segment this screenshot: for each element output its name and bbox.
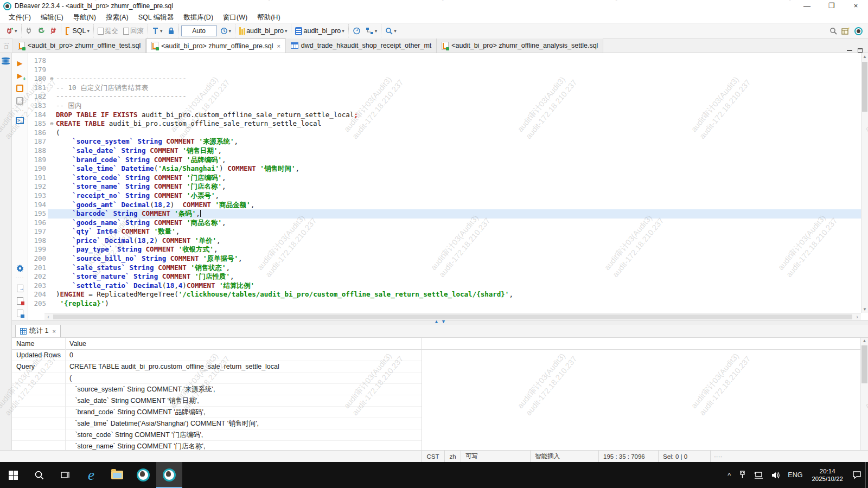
maximize-pane-icon[interactable] (858, 48, 863, 53)
fold-marker-icon[interactable]: ⊖ (48, 119, 56, 129)
quick-access-search-icon[interactable] (829, 27, 837, 35)
code-line-185[interactable]: 185⊖CREATE TABLE audit_bi_pro.custom_off… (28, 119, 868, 129)
code-line-188[interactable]: 188 `sale_date` String COMMENT '销售日期', (28, 146, 868, 156)
editor-vertical-scrollbar[interactable]: ▲ ▼ (861, 53, 868, 313)
taskbar-search-button[interactable] (26, 462, 52, 488)
code-line-178[interactable]: 178 (28, 56, 868, 66)
code-line-184[interactable]: 184DROP TABLE IF EXISTS audit_bi_pro.cus… (28, 111, 868, 120)
file-explorer-button[interactable] (104, 462, 130, 488)
open-console-button[interactable]: >_ (15, 116, 25, 125)
disconnect-button[interactable] (24, 26, 34, 36)
table-row[interactable]: `store_code` String COMMENT '门店编码', (12, 429, 422, 441)
minimize-pane-icon[interactable] (847, 50, 852, 51)
show-desktop-button[interactable] (865, 462, 868, 488)
execute-script-button[interactable] (15, 84, 25, 93)
diagram-button[interactable]: ▾ (364, 26, 379, 36)
scroll-left-icon[interactable]: ‹ (44, 314, 52, 320)
menu-database[interactable]: 数据库(D) (179, 13, 218, 22)
column-header-name[interactable]: Name (12, 340, 65, 348)
tab-close-icon[interactable]: × (277, 43, 280, 49)
sash-collapse-down-icon[interactable]: ▼ (441, 319, 446, 324)
code-line-205[interactable]: 205 '{replica}') (28, 299, 868, 309)
tab-zhumr-offline-analysis-settle[interactable]: <audit_bi_pro> zhumr_offline_analysis_se… (437, 38, 603, 53)
pane-restore-icon[interactable]: ···· ❐ (0, 38, 13, 53)
column-header-value[interactable]: Value (65, 340, 86, 348)
panel-sash[interactable]: ▲ ▼ (12, 320, 868, 325)
export-result-button[interactable] (15, 284, 25, 293)
table-row[interactable]: `brand_code` String COMMENT '品牌编码', (12, 407, 422, 418)
code-line-181[interactable]: 181-- 10 自定义门店销售结算表 (28, 84, 868, 93)
menu-file[interactable]: 文件(F) (4, 13, 35, 22)
start-button[interactable] (0, 462, 26, 488)
rollback-button[interactable]: 回滚 (122, 25, 145, 37)
code-line-182[interactable]: 182-------------------------------- (28, 92, 868, 101)
fold-marker-icon[interactable]: ⊖ (48, 74, 56, 84)
code-line-195[interactable]: 195 `barcode` String COMMENT '条码', (28, 209, 868, 219)
scroll-right-icon[interactable]: › (853, 314, 861, 320)
scroll-down-icon[interactable]: ▼ (861, 307, 868, 312)
tab-statistics[interactable]: 统计 1 × (15, 324, 61, 337)
tab-close-icon[interactable]: × (52, 328, 55, 335)
status-cursor-position[interactable]: 195 : 35 : 7096 (599, 451, 659, 462)
tray-chevron-icon[interactable]: ^ (724, 471, 735, 479)
restore-button[interactable]: ❐ (819, 0, 844, 12)
dashboard-button[interactable] (351, 26, 362, 36)
code-line-198[interactable]: 198 `price` Decimal(18,2) COMMENT '单价', (28, 236, 868, 246)
tab-zhumr-offline-test[interactable]: <audit_bi_pro> zhumr_offline_test.sql (13, 38, 146, 53)
disconnect-all-button[interactable] (48, 26, 59, 36)
menu-help[interactable]: 帮助(H) (253, 13, 284, 22)
action-center-icon[interactable] (848, 471, 865, 479)
editor-settings-button[interactable] (15, 264, 25, 273)
autocommit-lock-button[interactable] (166, 26, 176, 36)
table-row[interactable]: `sale_date` String COMMENT '销售日期', (12, 395, 422, 407)
language-indicator[interactable]: ENG (784, 471, 806, 479)
menu-sql-editor[interactable]: SQL 编辑器 (134, 13, 178, 22)
volume-tray-icon[interactable] (767, 471, 784, 479)
scroll-up-icon[interactable]: ▲ (861, 54, 868, 59)
code-line-203[interactable]: 203 `settle_ratio` Decimal(18,4)COMMENT … (28, 281, 868, 291)
table-row[interactable]: `store_name` String COMMENT '门店名称', (12, 441, 422, 450)
table-row[interactable]: `source_system` String COMMENT '来源系统', (12, 384, 422, 395)
save-script-button[interactable] (15, 296, 25, 305)
menu-search[interactable]: 搜索(A) (101, 13, 133, 22)
scrollbar-thumb[interactable] (53, 314, 852, 319)
table-row[interactable]: `sale_time` Datetime('Asia/Shanghai') CO… (12, 418, 422, 429)
code-line-199[interactable]: 199 `pay_type` String COMMENT '收银方式', (28, 245, 868, 254)
commit-button[interactable]: 提交 (96, 25, 120, 37)
database-navigator-icon[interactable] (2, 57, 10, 66)
sql-editor[interactable]: 178179180⊖------------------------------… (28, 53, 868, 320)
code-line-202[interactable]: 202 `store_nature` String COMMENT '门店性质'… (28, 272, 868, 281)
menu-edit[interactable]: 编辑(E) (36, 13, 68, 22)
explain-plan-button[interactable] (15, 96, 25, 105)
transaction-log-button[interactable]: ▾ (150, 26, 164, 36)
commit-mode-combo[interactable]: Auto (181, 25, 217, 36)
close-button[interactable]: × (844, 0, 868, 12)
code-line-194[interactable]: 194 `goods_amt` Decimal(18,2) COMMENT '商… (28, 201, 868, 210)
schema-selector[interactable]: audit_bi_pro ▾ (293, 26, 346, 36)
code-line-193[interactable]: 193 `receipt_no` String COMMENT '小票号', (28, 191, 868, 201)
perspective-icon[interactable] (841, 27, 850, 35)
taskbar-clock[interactable]: 20:14 2025/10/22 (806, 467, 848, 483)
code-line-179[interactable]: 179 (28, 66, 868, 75)
dbeaver-taskbar-button-active[interactable] (156, 462, 182, 488)
code-line-201[interactable]: 201 `sale_status` String COMMENT '销售状态', (28, 264, 868, 273)
tab-dwd-trade-table[interactable]: dwd_trade_hkaudit_shop_receipt_other_mt (286, 38, 437, 53)
code-line-187[interactable]: 187 `source_system` String COMMENT '来源系统… (28, 137, 868, 146)
connect-button[interactable]: ▾ (4, 26, 19, 36)
code-line-183[interactable]: 183-- 国内 (28, 101, 868, 111)
network-tray-icon[interactable] (750, 471, 767, 479)
tab-zhumr-offline-pre[interactable]: <audit_bi_pro> zhumr_offline_pre.sql × (146, 38, 286, 53)
reconnect-button[interactable] (36, 26, 47, 36)
table-row[interactable]: ( (12, 373, 422, 384)
search-menu-button[interactable]: ▾ (384, 26, 398, 36)
code-line-197[interactable]: 197 `qty` Int64 COMMENT '数量', (28, 227, 868, 236)
execute-new-tab-button[interactable]: ▶ (15, 71, 25, 80)
internet-explorer-button[interactable]: e (78, 462, 104, 488)
table-row[interactable]: QueryCREATE TABLE audit_bi_pro.custom_of… (12, 361, 422, 373)
code-line-204[interactable]: 204)ENGINE = ReplicatedMergeTree('/click… (28, 290, 868, 299)
task-view-button[interactable] (52, 462, 78, 488)
usb-tray-icon[interactable] (735, 471, 750, 479)
menu-navigate[interactable]: 导航(N) (69, 13, 100, 22)
code-line-191[interactable]: 191 `store_code` String COMMENT '门店编码', (28, 174, 868, 183)
dbeaver-perspective-icon[interactable] (854, 27, 863, 35)
